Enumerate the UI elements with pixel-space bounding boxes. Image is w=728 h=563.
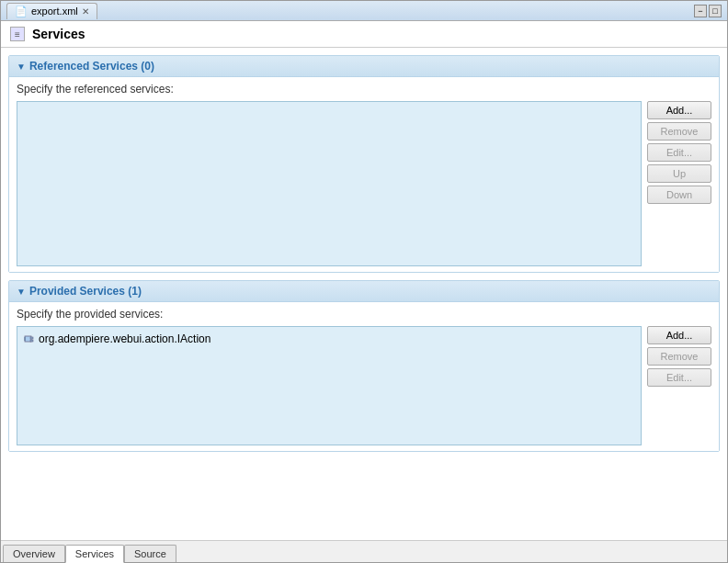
referenced-services-list-area: Add... Remove Edit... Up Down: [17, 101, 711, 266]
provided-service-item-text: org.adempiere.webui.action.IAction: [39, 332, 210, 345]
provided-services-header: ▼ Provided Services (1): [9, 281, 719, 302]
provided-services-section: ▼ Provided Services (1) Specify the prov…: [8, 280, 720, 452]
list-item[interactable]: org.adempiere.webui.action.IAction: [21, 331, 637, 347]
provided-services-listbox[interactable]: org.adempiere.webui.action.IAction: [17, 326, 642, 445]
bottom-tabs-bar: Overview Services Source: [1, 540, 727, 562]
provided-services-buttons: Add... Remove Edit...: [647, 326, 711, 387]
provided-services-arrow[interactable]: ▼: [17, 287, 26, 297]
provided-services-title: Provided Services (1): [29, 285, 142, 298]
tab-source[interactable]: Source: [124, 545, 176, 562]
referenced-services-body: Specify the referenced services: Add... …: [9, 77, 719, 272]
page-header: ≡ Services: [1, 21, 727, 48]
provided-services-body: Specify the provided services:: [9, 302, 719, 451]
referenced-services-section: ▼ Referenced Services (0) Specify the re…: [8, 55, 720, 273]
referenced-services-header: ▼ Referenced Services (0): [9, 56, 719, 77]
svg-rect-2: [30, 340, 33, 342]
page-title: Services: [32, 27, 85, 41]
referenced-services-arrow[interactable]: ▼: [17, 62, 26, 72]
provided-edit-button[interactable]: Edit...: [647, 368, 711, 387]
svg-rect-1: [30, 337, 33, 339]
maximize-button[interactable]: □: [709, 5, 722, 17]
page-icon-symbol: ≡: [15, 29, 20, 39]
service-item-icon: [24, 333, 35, 344]
file-tab-label: export.xml: [31, 6, 78, 17]
file-tab[interactable]: 📄 export.xml ✕: [6, 3, 97, 19]
tab-overview[interactable]: Overview: [3, 545, 65, 562]
tab-close-button[interactable]: ✕: [82, 6, 89, 17]
referenced-add-button[interactable]: Add...: [647, 101, 711, 119]
referenced-services-buttons: Add... Remove Edit... Up Down: [647, 101, 711, 204]
title-bar-left: 📄 export.xml ✕: [6, 3, 97, 19]
referenced-services-listbox[interactable]: [17, 101, 642, 266]
referenced-remove-button[interactable]: Remove: [647, 122, 711, 141]
content-area: ▼ Referenced Services (0) Specify the re…: [1, 48, 727, 540]
minimize-button[interactable]: −: [694, 5, 707, 17]
page-icon: ≡: [10, 27, 25, 41]
referenced-edit-button[interactable]: Edit...: [647, 143, 711, 162]
file-icon: 📄: [15, 6, 28, 17]
main-window: 📄 export.xml ✕ − □ ≡ Services ▼ Referenc…: [0, 0, 728, 563]
provided-services-list-area: org.adempiere.webui.action.IAction Add..…: [17, 326, 711, 445]
window-controls: − □: [694, 5, 722, 17]
referenced-up-button[interactable]: Up: [647, 164, 711, 183]
tab-services[interactable]: Services: [65, 545, 124, 563]
referenced-down-button[interactable]: Down: [647, 186, 711, 204]
referenced-services-description: Specify the referenced services:: [17, 83, 711, 96]
provided-remove-button[interactable]: Remove: [647, 347, 711, 366]
provided-services-description: Specify the provided services:: [17, 308, 711, 321]
provided-add-button[interactable]: Add...: [647, 326, 711, 344]
referenced-services-title: Referenced Services (0): [29, 60, 154, 73]
title-bar: 📄 export.xml ✕ − □: [1, 1, 727, 21]
